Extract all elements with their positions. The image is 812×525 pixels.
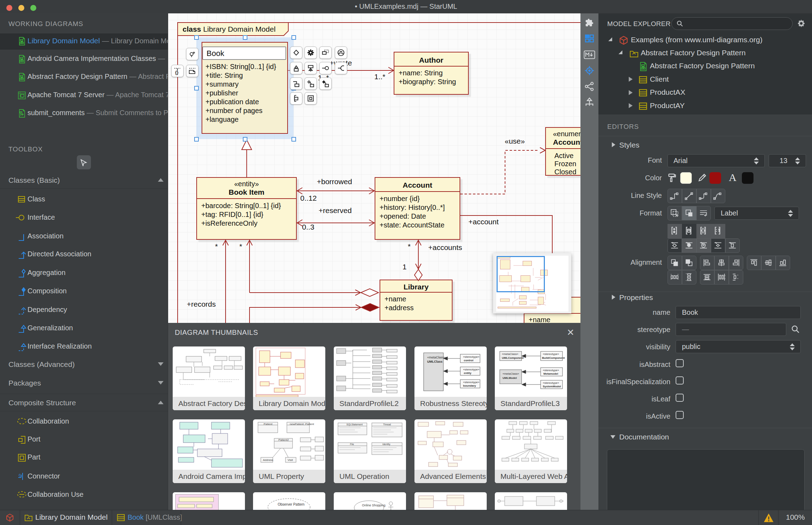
- svg-text:SystemModel: SystemModel: [543, 385, 561, 388]
- svg-text:Thread: Thread: [383, 423, 391, 426]
- svg-text:«metaClass»: «metaClass»: [503, 372, 519, 375]
- svg-text:UMLModel: UMLModel: [503, 376, 517, 380]
- svg-text:«stereotype»: «stereotype»: [463, 368, 480, 371]
- svg-text:control: control: [464, 359, 473, 362]
- svg-text:Patient2: Patient2: [278, 438, 289, 442]
- svg-text:Identity: Identity: [382, 443, 390, 446]
- svg-text:Address: Address: [263, 458, 273, 462]
- svg-text:Online Shopping: Online Shopping: [362, 504, 386, 507]
- svg-text:SQLStatement: SQLStatement: [346, 423, 363, 426]
- svg-text:{}: {}: [175, 70, 179, 75]
- svg-text:Metamodel: Metamodel: [543, 372, 558, 375]
- svg-text:«metaClass»: «metaClass»: [427, 356, 446, 359]
- svg-text:«stereotype»: «stereotype»: [543, 381, 559, 385]
- svg-text:boundary: boundary: [463, 384, 476, 387]
- svg-text:File: File: [350, 443, 354, 445]
- svg-text:«stereotype»: «stereotype»: [463, 355, 480, 358]
- svg-text:UMLComponent: UMLComponent: [502, 356, 524, 360]
- svg-text:Observer Pattern: Observer Pattern: [278, 502, 304, 506]
- svg-text:c: c: [19, 473, 21, 477]
- svg-text:Patient: Patient: [264, 423, 273, 426]
- svg-text:«stereotype»: «stereotype»: [543, 352, 559, 356]
- svg-text:«stereotype»: «stereotype»: [463, 381, 480, 384]
- svg-text:«stereotype»: «stereotype»: [543, 369, 559, 372]
- svg-text:entity: entity: [464, 371, 472, 375]
- svg-text:Visit: Visit: [288, 458, 293, 462]
- svg-text:«metaClass»: «metaClass»: [502, 352, 518, 356]
- svg-text:BuildComponent: BuildComponent: [542, 356, 565, 360]
- svg-text:newPatient: Patient: newPatient: Patient: [290, 423, 314, 426]
- svg-text:UMLClass: UMLClass: [427, 360, 443, 363]
